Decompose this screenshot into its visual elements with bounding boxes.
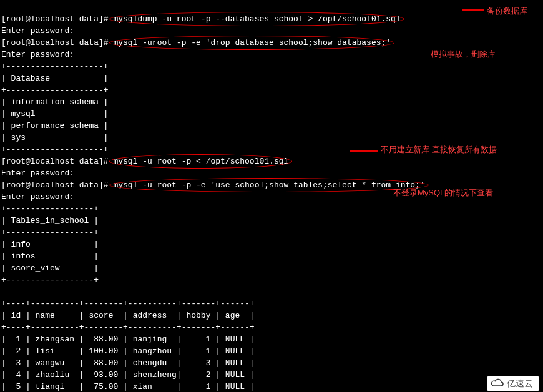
cmd-mysqldump: mysqldump -u root -p --databases school … — [113, 13, 400, 25]
cmd-verify: mysql -u root -p -e 'use school;show tab… — [113, 179, 424, 191]
table-header: | Database | — [1, 74, 109, 83]
table-border: +--------------------+ — [1, 62, 109, 71]
table-row: | 3 | wangwu | 88.00 | chengdu | 3 | NUL… — [1, 358, 255, 368]
table-border: +----+----------+--------+----------+---… — [1, 299, 255, 308]
shell-prompt: [root@localhost data]# — [1, 180, 113, 190]
table-border: +------------------+ — [1, 275, 99, 285]
password-prompt: Enter password: — [1, 192, 79, 202]
table-header: | Tables_in_school | — [1, 216, 99, 225]
annotation-view-without-login: 不登录MySQL的情况下查看 — [393, 187, 493, 198]
table-row: | info | — [1, 240, 99, 249]
password-prompt: Enter password: — [1, 26, 79, 36]
table-border: +--------------------+ — [1, 145, 109, 154]
annotation-restore-direct: 不用建立新库 直接恢复所有数据 — [381, 144, 497, 155]
shell-prompt: [root@localhost data]# — [1, 38, 113, 47]
table-row: | 4 | zhaoliu | 93.00 | shenzheng| 2 | N… — [1, 370, 255, 380]
table-row: | 1 | zhangsan | 88.00 | nanjing | 1 | N… — [1, 335, 255, 344]
table-row: | score_view | — [1, 263, 99, 273]
cmd-restore: mysql -u root -p < /opt/school01.sql — [113, 155, 288, 167]
connector-line — [350, 150, 378, 152]
table-border: +------------------+ — [1, 204, 99, 213]
annotation-backup: 备份数据库 — [487, 5, 527, 17]
annotation-simulate-crash: 模拟事故，删除库 — [431, 48, 496, 60]
table-row: | 2 | lisi | 100.00 | hangzhou | 1 | NUL… — [1, 346, 255, 356]
password-prompt: Enter password: — [1, 169, 79, 178]
shell-prompt: [root@localhost data]# — [1, 14, 113, 24]
cloud-icon — [491, 378, 504, 390]
password-prompt: Enter password: — [1, 50, 79, 59]
table-border: +--------------------+ — [1, 86, 109, 95]
connector-line — [462, 9, 484, 11]
table-row: | sys | — [1, 133, 109, 142]
watermark-logo: 亿速云 — [487, 376, 539, 391]
table-row: | information_schema | — [1, 97, 109, 107]
table-row: | 5 | tianqi | 75.00 | xian | 1 | NULL | — [1, 382, 255, 391]
table-header: | id | name | score | address | hobby | … — [1, 311, 255, 320]
table-border: +----+----------+--------+----------+---… — [1, 323, 255, 332]
watermark-text: 亿速云 — [507, 378, 533, 390]
table-border: +------------------+ — [1, 228, 99, 237]
table-row: | performance_schema | — [1, 121, 109, 130]
table-row: | mysql | — [1, 109, 109, 119]
table-row: | infos | — [1, 252, 99, 261]
cmd-drop-database: mysql -uroot -p -e 'drop database school… — [113, 37, 391, 49]
shell-prompt: [root@localhost data]# — [1, 157, 113, 166]
